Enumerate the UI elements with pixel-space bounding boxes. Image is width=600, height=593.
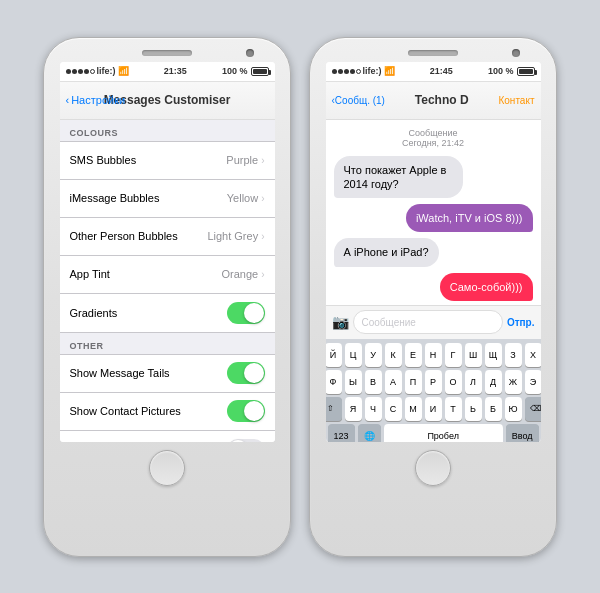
sms-bubbles-row[interactable]: SMS Bubbles Purple ›: [60, 142, 275, 180]
key-й[interactable]: Й: [326, 343, 342, 367]
key-з[interactable]: З: [505, 343, 522, 367]
phone-2: life:) 📶 21:45 100 % ‹ Сообщ. (1) Techno…: [309, 37, 557, 557]
message-row-1: Что покажет Apple в 2014 году?: [334, 156, 533, 199]
key-х[interactable]: Х: [525, 343, 541, 367]
key-и[interactable]: И: [425, 397, 442, 421]
contact-button[interactable]: Контакт: [498, 95, 534, 106]
sms-bubbles-value: Purple ›: [226, 154, 264, 166]
imessage-bubbles-row[interactable]: iMessage Bubbles Yellow ›: [60, 180, 275, 218]
kb-row-3: ⇧ Я Ч С М И Т Ь Б Ю ⌫: [328, 397, 539, 421]
screen-2: life:) 📶 21:45 100 % ‹ Сообщ. (1) Techno…: [326, 62, 541, 442]
status-left-1: life:) 📶: [66, 66, 129, 76]
messages-title: Techno D: [415, 93, 469, 107]
key-ж[interactable]: Ж: [505, 370, 522, 394]
app-tint-row[interactable]: App Tint Orange ›: [60, 256, 275, 294]
message-input[interactable]: Сообщение: [353, 310, 503, 334]
home-button-2[interactable]: [415, 450, 451, 486]
key-globe[interactable]: 🌐: [358, 424, 381, 442]
key-п[interactable]: П: [405, 370, 422, 394]
screen-1: life:) 📶 21:35 100 % ‹ Настройки Message…: [60, 62, 275, 442]
delete-key[interactable]: ⌫: [525, 397, 541, 421]
show-tails-row[interactable]: Show Message Tails: [60, 355, 275, 393]
other-person-bubbles-row[interactable]: Other Person Bubbles Light Grey ›: [60, 218, 275, 256]
show-contact-thumb: [244, 401, 264, 421]
gradients-row[interactable]: Gradients: [60, 294, 275, 332]
kb-row-2: Ф Ы В А П Р О Л Д Ж Э: [328, 370, 539, 394]
key-н[interactable]: Н: [425, 343, 442, 367]
key-ю[interactable]: Ю: [505, 397, 522, 421]
sms-bubbles-label: SMS Bubbles: [70, 154, 137, 166]
show-contact-toggle[interactable]: [227, 400, 265, 422]
key-ц[interactable]: Ц: [345, 343, 362, 367]
other-person-label: Other Person Bubbles: [70, 230, 178, 242]
show-contact-label: Show Contact Pictures: [70, 405, 181, 417]
key-о[interactable]: О: [445, 370, 462, 394]
battery-pct-2: 100 %: [488, 66, 514, 76]
speaker-1: [142, 50, 192, 56]
bubble-2: iWatch, iTV и iOS 8))): [406, 204, 533, 232]
bubble-4: Само-собой))): [440, 273, 533, 301]
app-tint-value: Orange ›: [221, 268, 264, 280]
dot2-4: [350, 69, 355, 74]
messages-back-button[interactable]: ‹ Сообщ. (1): [332, 95, 385, 106]
section-header-colours: COLOURS: [60, 120, 275, 141]
key-б[interactable]: Б: [485, 397, 502, 421]
phone-top-bar-1: [50, 50, 284, 56]
battery-fill-1: [253, 69, 267, 74]
home-button-1[interactable]: [149, 450, 185, 486]
wide-bubbles-row[interactable]: Wide Message Bubbles: [60, 431, 275, 442]
shift-key[interactable]: ⇧: [326, 397, 342, 421]
key-г[interactable]: Г: [445, 343, 462, 367]
key-т[interactable]: Т: [445, 397, 462, 421]
imessage-bubbles-label: iMessage Bubbles: [70, 192, 160, 204]
key-ь[interactable]: Ь: [465, 397, 482, 421]
key-ы[interactable]: Ы: [345, 370, 362, 394]
signal-dots: [66, 69, 95, 74]
key-space[interactable]: Пробел: [384, 424, 503, 442]
key-я[interactable]: Я: [345, 397, 362, 421]
wide-bubbles-toggle[interactable]: [227, 439, 265, 442]
key-к[interactable]: К: [385, 343, 402, 367]
dot1: [66, 69, 71, 74]
key-у[interactable]: У: [365, 343, 382, 367]
gradients-thumb: [244, 303, 264, 323]
message-row-3: А iPhone и iPad?: [334, 238, 533, 266]
key-ф[interactable]: Ф: [326, 370, 342, 394]
gradients-toggle[interactable]: [227, 302, 265, 324]
status-left-2: life:) 📶: [332, 66, 395, 76]
key-м[interactable]: М: [405, 397, 422, 421]
dot2-2: [338, 69, 343, 74]
camera-icon[interactable]: 📷: [332, 314, 349, 330]
battery-icon-2: [517, 67, 535, 76]
key-щ[interactable]: Щ: [485, 343, 502, 367]
bubble-1: Что покажет Apple в 2014 году?: [334, 156, 463, 199]
dot2-5: [356, 69, 361, 74]
key-л[interactable]: Л: [465, 370, 482, 394]
key-ш[interactable]: Ш: [465, 343, 482, 367]
battery-fill-2: [519, 69, 533, 74]
key-с[interactable]: С: [385, 397, 402, 421]
key-в[interactable]: В: [365, 370, 382, 394]
key-э[interactable]: Э: [525, 370, 541, 394]
dot3: [78, 69, 83, 74]
wide-bubbles-thumb: [228, 440, 248, 442]
show-tails-toggle[interactable]: [227, 362, 265, 384]
imessage-bubbles-value: Yellow ›: [227, 192, 265, 204]
message-input-bar: 📷 Сообщение Отпр.: [326, 305, 541, 339]
key-return[interactable]: Ввод: [506, 424, 539, 442]
camera-2: [512, 49, 520, 57]
key-а[interactable]: А: [385, 370, 402, 394]
key-р[interactable]: Р: [425, 370, 442, 394]
key-ч[interactable]: Ч: [365, 397, 382, 421]
key-123[interactable]: 123: [328, 424, 355, 442]
back-button-1[interactable]: ‹ Настройки: [66, 94, 126, 106]
time-2: 21:45: [430, 66, 453, 76]
message-row-2: iWatch, iTV и iOS 8))): [334, 204, 533, 232]
wifi-icon-1: 📶: [118, 66, 129, 76]
send-button[interactable]: Отпр.: [507, 317, 535, 328]
chevron-other: ›: [261, 231, 264, 242]
key-д[interactable]: Д: [485, 370, 502, 394]
show-contact-row[interactable]: Show Contact Pictures: [60, 393, 275, 431]
bubble-3: А iPhone и iPad?: [334, 238, 439, 266]
key-е[interactable]: Е: [405, 343, 422, 367]
